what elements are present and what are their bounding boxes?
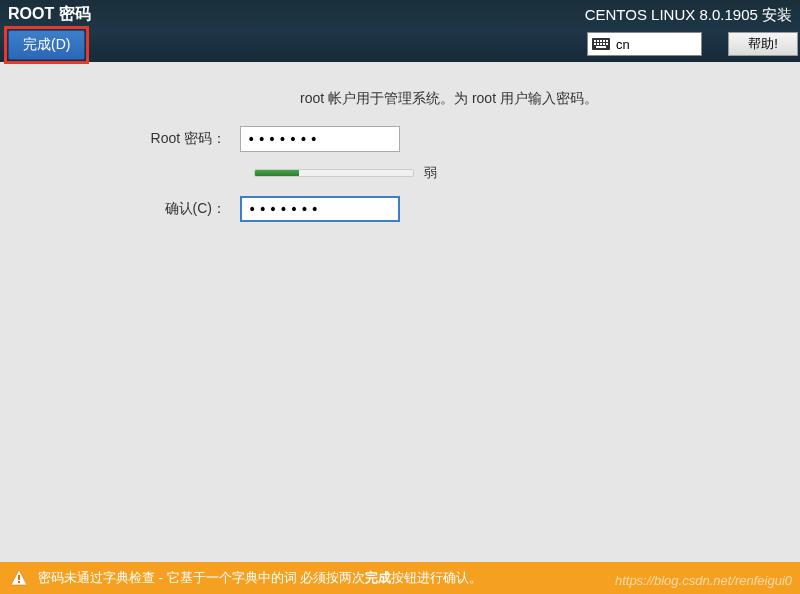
svg-rect-4 <box>603 40 605 42</box>
help-button[interactable]: 帮助! <box>728 32 798 56</box>
done-button-highlight: 完成(D) <box>4 26 89 64</box>
svg-rect-6 <box>594 43 596 45</box>
svg-rect-5 <box>606 40 608 42</box>
svg-rect-7 <box>597 43 599 45</box>
svg-rect-1 <box>594 40 596 42</box>
os-label: CENTOS LINUX 8.0.1905 安装 <box>585 6 792 25</box>
keyboard-layout-code: cn <box>616 37 630 52</box>
svg-rect-11 <box>596 46 606 48</box>
confirm-password-input[interactable] <box>240 196 400 222</box>
header-bar: ROOT 密码 完成(D) CENTOS LINUX 8.0.1905 安装 c… <box>0 0 800 62</box>
svg-rect-13 <box>18 581 20 583</box>
confirm-password-row: 确认(C)： <box>145 196 655 222</box>
svg-rect-2 <box>597 40 599 42</box>
done-button[interactable]: 完成(D) <box>8 30 85 60</box>
password-strength-fill <box>255 170 299 176</box>
keyboard-layout-selector[interactable]: cn <box>587 32 702 56</box>
password-strength-label: 弱 <box>424 164 437 182</box>
svg-rect-12 <box>18 575 20 580</box>
password-strength-row: 弱 <box>145 164 655 182</box>
confirm-password-label: 确认(C)： <box>145 200 240 218</box>
keyboard-icon <box>592 38 610 50</box>
root-password-row: Root 密码： <box>145 126 655 152</box>
watermark-text: https://blog.csdn.net/renfeigui0 <box>615 573 792 588</box>
page-title: ROOT 密码 <box>8 4 91 25</box>
password-strength-meter <box>254 169 414 177</box>
warning-icon <box>10 569 28 587</box>
root-password-label: Root 密码： <box>145 130 240 148</box>
svg-rect-8 <box>600 43 602 45</box>
root-password-input[interactable] <box>240 126 400 152</box>
svg-rect-10 <box>606 43 608 45</box>
main-content: root 帐户用于管理系统。为 root 用户输入密码。 Root 密码： 弱 … <box>0 62 800 234</box>
svg-rect-9 <box>603 43 605 45</box>
svg-rect-3 <box>600 40 602 42</box>
warning-message: 密码未通过字典检查 - 它基于一个字典中的词 必须按两次完成按钮进行确认。 <box>38 569 482 587</box>
instruction-text: root 帐户用于管理系统。为 root 用户输入密码。 <box>300 90 655 108</box>
